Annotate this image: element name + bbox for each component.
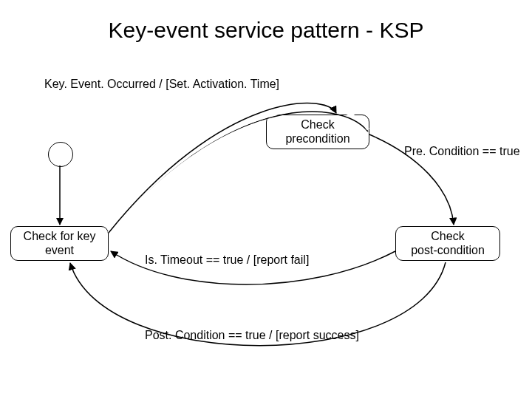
timeout-label: Is. Timeout == true / [report fail] — [145, 253, 309, 267]
state-check-postcondition-label: Checkpost-condition — [411, 230, 485, 257]
postcondition-true-label: Post. Condition == true / [report succes… — [145, 328, 359, 342]
initial-state — [48, 142, 73, 167]
state-check-precondition-label: Checkprecondition — [285, 118, 349, 146]
state-check-key-event-label: Check for keyevent — [24, 230, 96, 257]
page-title: Key-event service pattern - KSP — [0, 18, 532, 43]
trigger-label: Key. Event. Occurred / [Set. Activation.… — [44, 77, 279, 91]
state-check-precondition: Checkprecondition — [266, 115, 369, 149]
state-check-postcondition: Checkpost-condition — [395, 226, 500, 261]
state-check-key-event: Check for keyevent — [10, 226, 109, 261]
precondition-true-label: Pre. Condition == true — [404, 144, 520, 158]
